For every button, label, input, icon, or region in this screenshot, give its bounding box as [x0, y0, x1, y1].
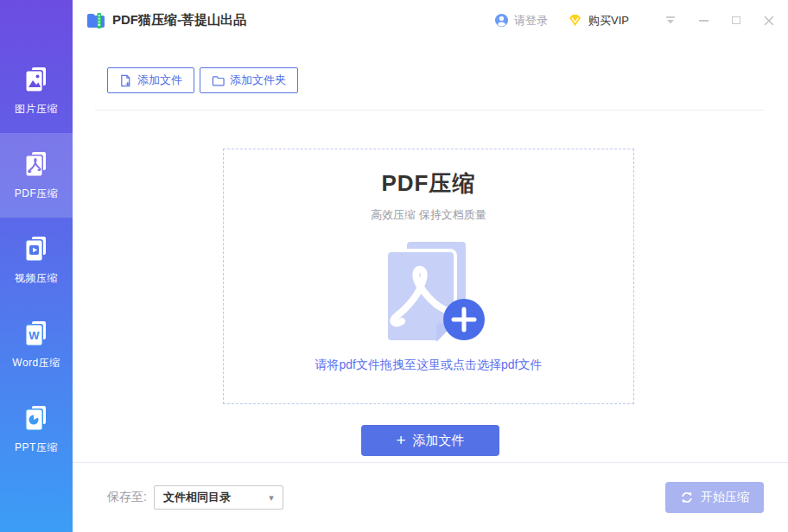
pdf-document-plus-icon	[364, 237, 493, 345]
app-logo-icon	[86, 12, 105, 29]
video-compress-icon	[22, 234, 51, 263]
svg-text:W: W	[29, 329, 40, 342]
save-location-value: 文件相同目录	[163, 490, 269, 505]
footer-bar: 保存至: 文件相同目录 ▾ 开始压缩	[73, 462, 788, 532]
start-compress-label: 开始压缩	[701, 490, 749, 505]
sidebar-item-label: Word压缩	[12, 356, 60, 370]
sidebar-item-label: PDF压缩	[15, 187, 59, 201]
dropzone-subtitle: 高效压缩 保持文档质量	[224, 207, 633, 223]
tray-arrow-icon	[665, 16, 676, 25]
ppt-compress-icon	[22, 403, 51, 433]
close-button[interactable]	[762, 14, 776, 28]
add-files-label: 添加文件	[413, 433, 465, 449]
dropzone-hint: 请将pdf文件拖拽至这里或点击选择pdf文件	[224, 358, 633, 373]
image-compress-icon	[22, 65, 51, 94]
dropdown-arrow-icon: ▾	[269, 492, 274, 504]
add-files-primary-button[interactable]: + 添加文件	[361, 425, 499, 456]
sidebar-item-label: 图片压缩	[15, 102, 58, 117]
folder-icon	[212, 74, 225, 87]
maximize-icon	[732, 16, 740, 24]
dropzone-title: PDF压缩	[224, 168, 633, 199]
minimize-to-tray-button[interactable]	[664, 14, 677, 28]
word-compress-icon: W	[22, 319, 51, 348]
sidebar-item-label: PPT压缩	[15, 440, 58, 455]
file-plus-icon	[119, 74, 132, 87]
pdf-dropzone[interactable]: PDF压缩 高效压缩 保持文档质量 请将pdf文件拖拽至这里或点击选择pdf文件	[223, 149, 634, 404]
start-compress-button[interactable]: 开始压缩	[665, 482, 764, 513]
titlebar: PDF猫压缩-菩提山出品 请登录 购买VIP	[73, 0, 788, 41]
vip-gem-icon	[567, 13, 583, 28]
vip-label: 购买VIP	[588, 13, 629, 28]
sidebar-item-pdf-compress[interactable]: PDF压缩	[0, 133, 73, 218]
save-location-select[interactable]: 文件相同目录 ▾	[154, 485, 283, 510]
minimize-button[interactable]	[696, 14, 710, 28]
maximize-button[interactable]	[729, 14, 743, 28]
sidebar-item-ppt-compress[interactable]: PPT压缩	[0, 387, 73, 472]
sidebar-item-image-compress[interactable]: 图片压缩	[0, 48, 73, 133]
window-controls	[664, 14, 776, 28]
app-title: PDF猫压缩-菩提山出品	[112, 12, 246, 28]
toolbar: 添加文件 添加文件夹	[107, 67, 298, 93]
minimize-icon	[699, 20, 709, 22]
sidebar-item-video-compress[interactable]: 视频压缩	[0, 218, 73, 302]
add-file-button[interactable]: 添加文件	[107, 67, 194, 93]
refresh-icon	[680, 491, 694, 504]
main-content: 添加文件 添加文件夹 PDF压缩 高效压缩 保持文档质量 请	[73, 41, 788, 462]
buy-vip-button[interactable]: 购买VIP	[567, 13, 629, 28]
app-window: 图片压缩 PDF压缩 视频压缩	[0, 0, 788, 532]
sidebar-item-label: 视频压缩	[15, 271, 58, 286]
sidebar-item-word-compress[interactable]: W Word压缩	[0, 302, 73, 387]
login-button[interactable]: 请登录	[494, 13, 548, 28]
user-avatar-icon	[494, 13, 509, 28]
save-to-label: 保存至:	[107, 490, 147, 505]
pdf-compress-icon	[22, 149, 51, 179]
add-folder-label: 添加文件夹	[230, 73, 286, 88]
toolbar-divider	[95, 110, 764, 111]
close-icon	[764, 16, 774, 26]
add-file-label: 添加文件	[137, 73, 182, 88]
login-label: 请登录	[514, 13, 548, 28]
add-folder-button[interactable]: 添加文件夹	[200, 67, 298, 93]
plus-icon: +	[396, 432, 405, 448]
sidebar: 图片压缩 PDF压缩 视频压缩	[0, 0, 73, 532]
